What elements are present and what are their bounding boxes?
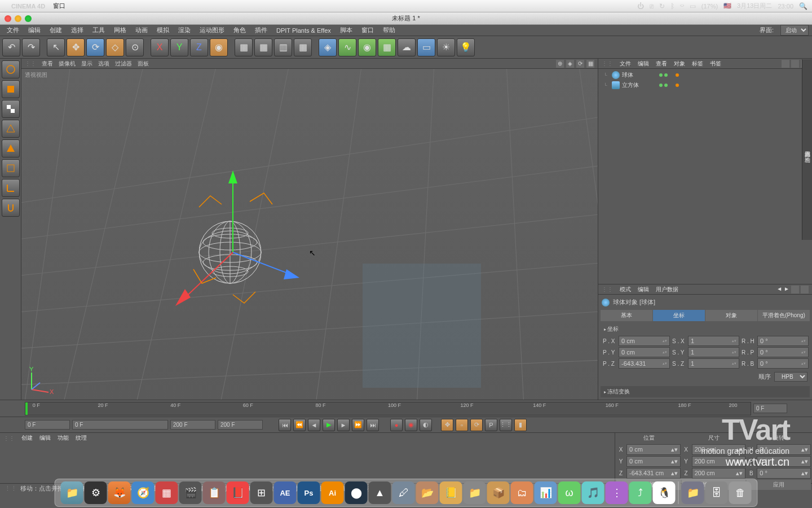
timeline[interactable]: 0 F 20 F 40 F 60 F 80 F 100 F 120 F 140 …	[0, 400, 812, 417]
undo-button[interactable]: ↶	[2, 38, 20, 56]
cm-ypos[interactable]: 0 cm▴▾	[626, 456, 681, 467]
am-mode[interactable]: 模式	[620, 286, 631, 294]
dock-app11[interactable]: 📦	[487, 481, 510, 504]
menu-help[interactable]: 帮助	[379, 25, 399, 36]
menu-character[interactable]: 角色	[230, 25, 249, 36]
dock-settings[interactable]: ⚙	[85, 481, 107, 504]
right-side-tabs[interactable]: 内容浏览器 构造	[802, 59, 812, 240]
select-tool[interactable]: ↖	[47, 38, 65, 56]
spline-tool[interactable]: ∿	[338, 38, 356, 56]
tab-basic[interactable]: 基本	[601, 310, 652, 321]
rotate-tool[interactable]: ⟳	[86, 38, 104, 56]
dock-app7[interactable]: 🖊	[392, 481, 415, 504]
object-sphere[interactable]: └ 球体	[599, 70, 811, 80]
menu-animate[interactable]: 动画	[132, 25, 151, 36]
key-param[interactable]: P	[485, 419, 497, 431]
cm-zsize[interactable]: 200 cm▴▾	[692, 468, 746, 479]
dock-app2[interactable]: 🎬	[179, 481, 202, 504]
scale-tool[interactable]: ◇	[106, 38, 124, 56]
dock-app14[interactable]: ω	[558, 481, 581, 504]
dock-ai[interactable]: Ai	[321, 481, 344, 504]
frame-end[interactable]: 200 F	[218, 420, 263, 430]
cm-hrot[interactable]: 0 °▴▾	[757, 444, 811, 455]
am-userdata[interactable]: 用户数据	[656, 286, 678, 294]
prev-frame[interactable]: ◄	[308, 419, 320, 431]
sphere-object[interactable]	[196, 218, 264, 286]
environment[interactable]: ☁	[398, 38, 416, 56]
menu-plugins[interactable]: 插件	[251, 25, 271, 36]
goto-prev-key[interactable]: ⏪	[293, 419, 306, 431]
edge-mode[interactable]	[2, 139, 20, 157]
minimize-button[interactable]	[15, 15, 21, 22]
light-tool[interactable]: ☀	[437, 38, 455, 56]
vp-nav1[interactable]: ⊕	[556, 60, 564, 68]
mm-create[interactable]: 创建	[21, 434, 33, 442]
pos-x-field[interactable]: 0 cm▴▾	[619, 336, 670, 346]
pos-z-field[interactable]: -643.431▴▾	[619, 358, 670, 369]
key-pos[interactable]: ✥	[441, 419, 453, 431]
scale-y-field[interactable]: 1▴▾	[688, 347, 739, 357]
make-editable[interactable]	[2, 60, 20, 78]
frame-start[interactable]: 0 F	[25, 420, 70, 430]
dock-finder[interactable]: 📁	[61, 481, 83, 504]
om-tags[interactable]: 标签	[692, 60, 703, 68]
dock-app15[interactable]: 🎵	[582, 481, 604, 504]
menu-file[interactable]: 文件	[3, 25, 23, 36]
dock-safari[interactable]: 🧭	[132, 481, 155, 504]
mm-edit[interactable]: 编辑	[39, 434, 51, 442]
scale-z-field[interactable]: 1▴▾	[688, 358, 739, 369]
vp-panel[interactable]: 面板	[138, 60, 149, 68]
viewport-3d[interactable]: 透视视图	[21, 69, 598, 400]
cm-xsize[interactable]: 200 cm▴▾	[692, 444, 746, 455]
om-bookmarks[interactable]: 书签	[710, 60, 721, 68]
dock-app5[interactable]: ⊞	[250, 481, 273, 504]
order-select[interactable]: HPB	[774, 372, 807, 382]
mac-date[interactable]: 3月13日周二	[737, 2, 772, 10]
wifi-icon[interactable]: ⌔	[680, 2, 684, 10]
dock-app16[interactable]: ⋮	[606, 481, 628, 504]
coord-system[interactable]: ◉	[210, 38, 228, 56]
vp-nav2[interactable]: ◈	[566, 60, 574, 68]
layout-select[interactable]: 启动	[780, 25, 809, 36]
am-icon1[interactable]	[791, 286, 799, 294]
dock-ae[interactable]: AE	[274, 481, 297, 504]
axis-mode[interactable]	[2, 179, 20, 197]
menu-script[interactable]: 脚本	[337, 25, 356, 36]
play-button[interactable]: ▶	[323, 419, 335, 431]
pos-y-field[interactable]: 0 cm▴▾	[619, 347, 670, 357]
redo-button[interactable]: ↷	[22, 38, 40, 56]
timeline-playhead[interactable]	[25, 402, 28, 415]
om-icon1[interactable]	[782, 60, 789, 68]
move-tool[interactable]: ✥	[67, 38, 85, 56]
cm-prot[interactable]: 0 °▴▾	[757, 456, 811, 467]
frame-endloop[interactable]: 200 F	[170, 420, 215, 430]
timeline-ruler[interactable]: 0 F 20 F 40 F 60 F 80 F 100 F 120 F 140 …	[25, 402, 751, 415]
menu-dpit[interactable]: DPIT Plants & Effex	[273, 26, 334, 35]
app-name[interactable]: CINEMA 4D	[11, 3, 45, 10]
cm-brot[interactable]: 0 °▴▾	[757, 468, 811, 479]
axis-x[interactable]: X	[151, 38, 169, 56]
cube-primitive[interactable]: ◈	[319, 38, 337, 56]
vp-view[interactable]: 查看	[42, 60, 53, 68]
model-mode[interactable]	[2, 80, 20, 98]
dock-folder1[interactable]: 📁	[682, 481, 704, 504]
autokey-button[interactable]: ◉	[405, 419, 417, 431]
close-button[interactable]	[5, 15, 11, 22]
render-view[interactable]: ▦	[235, 38, 253, 56]
menu-mograph[interactable]: 运动图形	[196, 25, 228, 36]
menu-render[interactable]: 渲染	[175, 25, 194, 36]
om-view[interactable]: 查看	[656, 60, 667, 68]
render-settings[interactable]: ▥	[274, 38, 292, 56]
object-cube[interactable]: └ 立方体	[599, 80, 811, 90]
battery-icon[interactable]: ▭	[690, 2, 696, 10]
am-nav-fwd[interactable]: ►	[784, 286, 789, 294]
scene-tool[interactable]: 💡	[457, 38, 475, 56]
om-file[interactable]: 文件	[620, 60, 631, 68]
camera-icon[interactable]: ⏻	[637, 2, 644, 10]
rot-h-field[interactable]: 0 °▴▾	[757, 336, 809, 346]
display-icon[interactable]: ⎚	[650, 2, 654, 10]
goto-start[interactable]: ⏮	[279, 419, 291, 431]
dock-app17[interactable]: ⤴	[629, 481, 652, 504]
scale-x-field[interactable]: 1▴▾	[688, 336, 739, 346]
cube-object[interactable]	[363, 264, 481, 388]
